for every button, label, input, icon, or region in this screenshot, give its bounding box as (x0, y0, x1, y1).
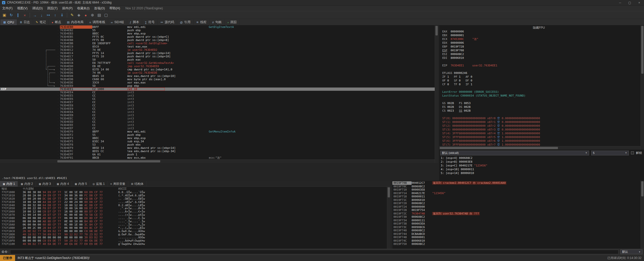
close-process-icon[interactable]: × (21, 12, 28, 18)
lock-checkbox[interactable] (631, 151, 634, 154)
disasm-row[interactable]: ·763D4EECCCint3 (0, 117, 435, 120)
stack-row[interactable]: 0019F73C000908C6 (392, 226, 640, 229)
disasm-row[interactable]: ┊┌────·763D4ED0EB 0Ejmp user32.763D4EE0 (0, 65, 435, 68)
disasm-row[interactable]: ┊┌───·763D4ED674 06je user32.763D4EDE (0, 71, 435, 74)
disasm-row[interactable]: ·763D4EB8FF75 08push dword ptr ss:[ebp+8… (0, 38, 435, 42)
register-row[interactable]: LastStatus C0000034 (STATUS_OBJECT_NAME_… (442, 94, 640, 98)
register-row[interactable]: EBX 00000001 (442, 33, 640, 37)
breakpoint-dot[interactable]: · (56, 84, 60, 88)
disasm-row[interactable]: ·763D4EF98B5D 14mov ebx,dword ptr ss:[eb… (0, 146, 435, 150)
dump-tab-struct[interactable]: ⊞结构体 (128, 181, 146, 187)
disasm-row[interactable]: ┊·763D4ECA50push eax (0, 58, 435, 61)
disasm-row[interactable]: ·763D4EF583EC 34sub esp,34 (0, 140, 435, 143)
menu-file[interactable]: 文件(F) (0, 6, 15, 11)
disasm-row[interactable]: └───▸·763D4EE05Dpop ebp (0, 84, 435, 88)
dump-tab-memory-1[interactable]: ▦内存 1 (0, 181, 18, 187)
tab-memory-map[interactable]: ▤内存布局 (64, 19, 87, 25)
maximize-button[interactable]: ▢ (625, 0, 634, 5)
new-window-icon[interactable]: ▢ (103, 12, 109, 18)
menu-view[interactable]: 视图(V) (15, 6, 30, 11)
register-row[interactable]: EDX 00000006 (442, 41, 640, 45)
register-row[interactable]: ESP 0019F708 (442, 49, 640, 52)
breakpoint-dot[interactable]: · (56, 78, 60, 81)
disasm-row[interactable]: ┊·763D4EC7FF75 10push dword ptr ss:[ebp+… (0, 55, 435, 58)
breakpoint-dot[interactable]: · (56, 123, 60, 127)
menu-help[interactable]: 帮助(H) (107, 6, 122, 11)
register-row[interactable]: ST(4) 3FFF8000000000000000 x87r4 空 1.000… (442, 132, 640, 135)
memory-map-tool-icon[interactable]: ▤ (96, 12, 103, 18)
disasm-row[interactable]: ·763D4EEFCCint3 (0, 127, 435, 130)
register-row[interactable]: ST(0) 00000000000000000000 x87r0 空 0.000… (442, 116, 640, 120)
stack-row[interactable]: 0019F7280019F754 (392, 208, 640, 212)
tab-seh-chain[interactable]: ∞SEH链 (108, 19, 127, 25)
disasm-row[interactable]: ·763D4EF853push ebx (0, 143, 435, 146)
breakpoint-dot[interactable]: · (56, 74, 60, 78)
stack-row[interactable]: 0019F740000608C2 (392, 229, 640, 232)
stack-row[interactable]: 0019F708004012C7返回到 crackme2.004012C7 自 … (392, 181, 640, 185)
breakpoint-dot[interactable]: · (56, 58, 60, 61)
breakpoint-dot[interactable]: · (56, 104, 60, 107)
stack-row[interactable]: 0019F720000608C2 (392, 202, 640, 205)
breakpoint-dot[interactable]: · (56, 88, 60, 91)
menu-favourites[interactable]: 收藏夹(I) (75, 6, 92, 11)
disasm-row[interactable]: ·763D4EEECCint3 (0, 123, 435, 127)
register-row[interactable]: ST(5) 3FFF8000000000000000 x87r5 空 1.000… (442, 135, 640, 139)
tab-threads[interactable]: ≋线程 (193, 19, 209, 25)
disasm-row[interactable]: ·763D4EF38BECmov ebp,esp (0, 137, 435, 140)
disasm-row[interactable]: ·763D4EE7CCint3 (0, 101, 435, 104)
dump-tab-memory-2[interactable]: ▦内存 2 (18, 181, 36, 187)
register-row[interactable]: EIP 763D4EE1 user32.763D4EE1 (442, 64, 640, 67)
breakpoint-dot[interactable]: · (56, 25, 60, 29)
register-row[interactable]: GS 002B FS 0053 (442, 101, 640, 105)
disasm-row[interactable]: ·763D4EB08BFFmov edi,ediGetDlgItemTextA (0, 25, 435, 29)
breakpoint-dot[interactable]: · (56, 140, 60, 143)
disasm-row[interactable]: ·763D4EF08BFFmov edi,ediGetMenuItemInfoA (0, 130, 435, 133)
pause-icon[interactable]: ∥ (15, 12, 21, 18)
breakpoint-dot[interactable]: · (56, 91, 60, 94)
disasm-row[interactable]: ·763D4EE5CCint3 (0, 94, 435, 97)
menu-plugins[interactable]: 插件(P) (60, 6, 75, 11)
tab-script[interactable]: ƒ脚本 (127, 19, 142, 25)
disasm-row[interactable]: ·763D4EE8CCint3 (0, 104, 435, 107)
argument-row[interactable]: 4: [esp+10] 00000011 (441, 167, 644, 171)
stack-row[interactable]: 0019F72400000000 (392, 205, 640, 209)
breakpoint-dot[interactable]: · (56, 156, 60, 159)
stack-row[interactable]: 0019F7140040217E"123456" (392, 192, 640, 195)
tab-breakpoints[interactable]: ●断点 (49, 19, 64, 25)
breakpoint-dot[interactable]: · (56, 55, 60, 58)
disassembly-vscrollbar[interactable] (435, 25, 438, 163)
tab-handles[interactable]: #句柄 (210, 19, 225, 25)
calling-convention-select[interactable]: 默认 (stdcall) ▼ (440, 151, 589, 155)
disasm-row[interactable]: └┊───▸·763D4ED2837D 14 00cmp dword ptr s… (0, 68, 435, 71)
registers-vscrollbar[interactable] (640, 25, 644, 150)
disasm-row[interactable]: ┊┊·763D4ED88B45 10mov eax,dword ptr ss:[… (0, 74, 435, 78)
breakpoint-dot[interactable]: · (56, 143, 60, 146)
breakpoint-dot[interactable]: · (56, 97, 60, 101)
comment-icon[interactable]: ◈ (75, 12, 82, 18)
disasm-row[interactable]: ·763D4EEBCCint3 (0, 114, 435, 117)
breakpoint-dot[interactable]: · (56, 32, 60, 35)
stack-row[interactable]: 0019F70C000608C2 (392, 185, 640, 188)
breakpoint-dot[interactable]: · (56, 153, 60, 156)
breakpoint-dot[interactable]: · (56, 133, 60, 137)
dump-row[interactable]: 77CF110040 98 D2 77 40 EA DE 77 A0 EA DE… (0, 243, 390, 246)
stack-row[interactable]: 0019F750000608C2 (392, 242, 640, 246)
register-row[interactable] (442, 86, 640, 90)
stack-row[interactable]: 0019F74800000001 (392, 236, 640, 239)
register-row[interactable]: EBP 0019F728 (442, 45, 640, 49)
step-over-icon[interactable]: ↦ (45, 12, 52, 18)
breakpoint-dot[interactable]: · (56, 150, 60, 153)
disasm-row[interactable]: ·763D4EFC8D55 CClea edx,dword ptr ss:[eb… (0, 150, 435, 153)
disasm-row[interactable]: ┊·763D4ECBE8 7077FAFFcall <user32.GetWin… (0, 61, 435, 65)
breakpoint-dot[interactable]: · (56, 146, 60, 150)
tab-call-stack[interactable]: ≡调用堆栈 (87, 19, 108, 25)
breakpoint-dot[interactable]: · (56, 38, 60, 42)
step-out-icon[interactable]: ↑ (52, 12, 59, 18)
tab-notes[interactable]: ✎笔记 (33, 19, 49, 25)
argument-row[interactable]: 2: [esp+8] 000003E8 (441, 160, 644, 164)
register-row[interactable]: ST(3) 00000000000000000000 x87r3 空 0.000… (442, 128, 640, 132)
registers-hscrollbar[interactable] (439, 146, 640, 150)
breakpoint-dot[interactable]: · (56, 94, 60, 97)
stack-vscrollbar[interactable] (640, 181, 644, 249)
breakpoint-dot[interactable]: · (56, 52, 60, 55)
